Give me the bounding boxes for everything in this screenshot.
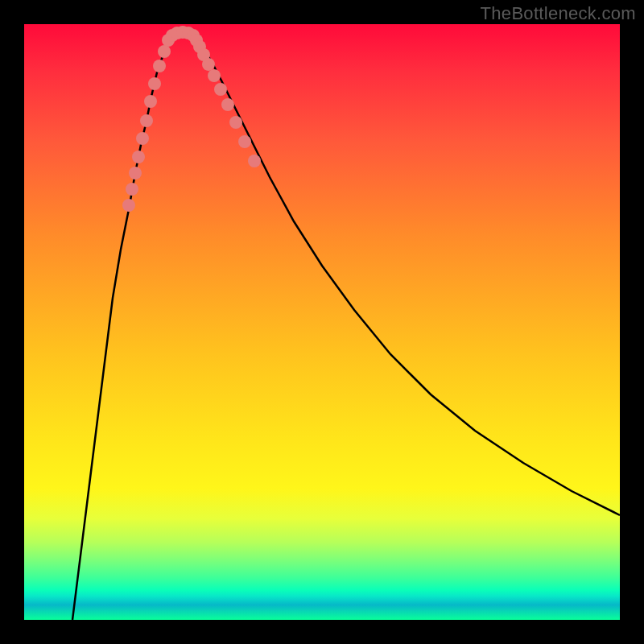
data-dot [132, 151, 145, 163]
data-dot [208, 69, 221, 82]
curve-left [72, 36, 171, 620]
data-dot [126, 183, 138, 196]
chart-svg [24, 24, 620, 620]
data-dot [229, 116, 242, 129]
data-dot [122, 199, 135, 212]
data-dot [221, 98, 234, 111]
watermark-text: TheBottleneck.com [481, 3, 636, 24]
data-dots [122, 26, 261, 212]
data-dot [148, 77, 161, 90]
data-dot [129, 167, 142, 180]
data-dot [144, 95, 157, 108]
data-dot [202, 58, 215, 71]
data-dot [140, 114, 153, 127]
data-dot [153, 60, 166, 72]
data-dot [136, 132, 149, 145]
curve-right [193, 36, 620, 515]
data-dot [248, 155, 261, 167]
data-dot [238, 135, 251, 148]
data-dot [214, 83, 227, 96]
data-dot [158, 45, 171, 58]
